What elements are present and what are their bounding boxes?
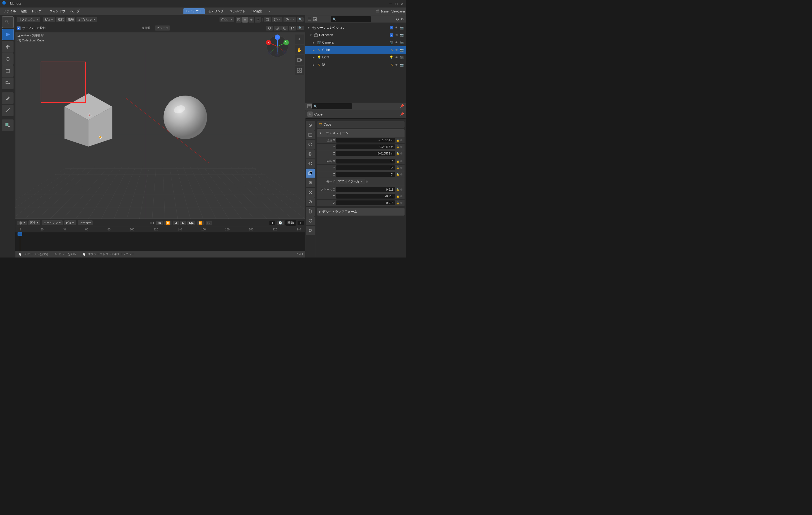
rot-x-value[interactable]: 0° — [336, 159, 395, 164]
maximize-button[interactable]: □ — [395, 2, 398, 6]
tab-modifier[interactable] — [306, 178, 315, 187]
keying-dropdown[interactable]: キーイング▼ — [42, 220, 63, 225]
transform-options[interactable]: ⋮⋮ — [397, 132, 402, 135]
light-eye[interactable]: 👁 — [395, 55, 399, 59]
menu-item-help[interactable]: ヘルプ — [68, 8, 82, 15]
minimize-button[interactable]: ─ — [388, 2, 392, 6]
scene-name[interactable]: Scene — [380, 10, 388, 13]
pos-z-lock[interactable]: 🔒 — [396, 152, 399, 155]
proportional-edit[interactable] — [281, 26, 288, 31]
snap-toggle[interactable] — [274, 26, 281, 31]
object-name[interactable]: Cube — [314, 112, 322, 116]
pos-y-dot[interactable] — [400, 146, 402, 148]
props-pin[interactable]: 📌 — [400, 104, 404, 108]
shading-render[interactable] — [255, 17, 261, 23]
tab-world[interactable] — [306, 159, 315, 168]
filter-icon[interactable]: ⚙ — [396, 17, 399, 21]
light-render[interactable]: 📷 — [400, 55, 404, 59]
scale-z-dot[interactable] — [400, 202, 402, 204]
rot-y-value[interactable]: 0° — [336, 165, 395, 170]
outliner-camera[interactable]: ▶ 📷 Camera 📷 👁 📷 — [305, 39, 406, 46]
jump-end-btn[interactable]: ⏭ — [206, 221, 212, 225]
pos-z-value[interactable]: -0.010579 m — [336, 151, 395, 156]
mode-dropdown[interactable]: オブジェク... ▼ — [17, 17, 40, 22]
menu-item-window[interactable]: ウィンドウ — [47, 8, 67, 15]
tab-sculpt[interactable]: スカルプト — [227, 8, 248, 15]
pos-x-dot[interactable] — [400, 139, 402, 141]
pos-x-lock[interactable]: 🔒 — [396, 139, 399, 142]
tool-select-box[interactable] — [2, 17, 13, 28]
tab-modeling[interactable]: モデリング — [205, 8, 226, 15]
shading-wire[interactable] — [236, 17, 241, 23]
camera-btn[interactable] — [295, 55, 304, 65]
scale-x-value[interactable]: -0.915 — [336, 187, 395, 192]
cube-eye[interactable]: 👁 — [395, 48, 399, 52]
view-dropdown-tl[interactable]: ビュー — [64, 220, 76, 225]
rot-y-lock[interactable]: 🔒 — [396, 167, 399, 169]
camera-render[interactable]: 📷 — [400, 40, 404, 45]
pan-btn[interactable]: ✋ — [295, 45, 304, 54]
sphere-eye[interactable]: 👁 — [395, 63, 399, 67]
scale-z-value[interactable]: -0.915 — [336, 200, 395, 205]
props-search[interactable] — [312, 103, 352, 109]
collection-item[interactable]: ▼ Collection ✓ 👁 📷 — [305, 31, 406, 39]
step-back-btn[interactable]: ◀ — [173, 221, 179, 225]
scale-z-lock[interactable]: 🔒 — [396, 201, 399, 204]
scene-eye[interactable]: 👁 — [395, 26, 399, 30]
coll-check[interactable]: ✓ — [390, 33, 394, 37]
tab-object[interactable] — [306, 169, 315, 178]
tool-move[interactable] — [2, 41, 13, 53]
transform-header[interactable]: ▼ トランスフォーム ⋮⋮ — [317, 129, 405, 137]
coord-dropdown[interactable]: ビュー ▼ — [155, 26, 170, 31]
tab-view-layer[interactable] — [306, 140, 315, 149]
close-button[interactable]: ✕ — [400, 2, 404, 6]
coll-render[interactable]: 📷 — [400, 33, 404, 37]
tab-render[interactable] — [306, 121, 315, 130]
prev-keyframe-btn[interactable]: ⏪ — [164, 221, 172, 225]
tab-layout[interactable]: レイアウト — [183, 8, 205, 15]
tab-other[interactable]: テ — [265, 8, 274, 15]
scale-x-dot[interactable] — [400, 189, 402, 191]
start-frame[interactable]: 1 — [297, 221, 304, 225]
outliner-sphere[interactable]: ▶ ▽ 球 ▽ 👁 📷 — [305, 61, 406, 68]
name-pin-icon[interactable]: 📌 — [400, 112, 404, 116]
tab-material[interactable] — [306, 226, 315, 235]
coll-eye[interactable]: 👁 — [395, 33, 399, 37]
scale-y-value[interactable]: -0.915 — [336, 194, 395, 199]
snap-options[interactable] — [289, 26, 296, 31]
play-dropdown-arrow[interactable]: ▼ — [152, 222, 155, 224]
outliner-search[interactable] — [331, 16, 371, 22]
next-keyframe-btn[interactable]: ⏩ — [197, 221, 204, 225]
rot-z-lock[interactable]: 🔒 — [396, 173, 399, 176]
mode-dot[interactable] — [366, 180, 368, 183]
tab-output[interactable] — [306, 130, 315, 139]
rot-z-value[interactable]: 0° — [336, 172, 395, 177]
rot-x-dot[interactable] — [400, 160, 402, 162]
tool-rotate[interactable] — [2, 53, 13, 65]
grid-view-btn[interactable] — [295, 65, 304, 75]
scale-x-lock[interactable]: 🔒 — [396, 188, 399, 191]
camera-eye[interactable]: 👁 — [395, 40, 399, 45]
nav-gizmo[interactable]: Z Y X — [265, 34, 289, 58]
pos-y-lock[interactable]: 🔒 — [396, 145, 399, 148]
viewport-canvas[interactable]: ユーザー・透視投影 (1) Collection | Cube Z Y — [16, 32, 305, 219]
tool-measure[interactable] — [2, 105, 13, 116]
rot-z-dot[interactable] — [400, 173, 402, 175]
data-name-label[interactable]: Cube — [324, 123, 331, 126]
surface-projection-check[interactable]: ✓ — [17, 26, 21, 30]
pos-x-value[interactable]: -0.13101 m — [336, 138, 395, 143]
play-btn[interactable]: ▶ — [180, 221, 186, 225]
tool-transform[interactable] — [2, 78, 13, 89]
tab-uv[interactable]: UV編集 — [249, 8, 265, 15]
camera-view-btn[interactable] — [264, 17, 271, 22]
rot-mode-dropdown[interactable]: XYZ オイラー角 ▼ — [336, 179, 365, 184]
current-frame[interactable]: 1 — [269, 221, 276, 225]
tab-physics[interactable] — [306, 197, 315, 206]
delta-transform-header[interactable]: ▶ デルタトランスフォーム — [317, 208, 405, 216]
menu-item-file[interactable]: ファイル — [1, 8, 18, 15]
tool-cursor[interactable] — [2, 29, 13, 40]
viewlayer-name[interactable]: ViewLayer — [392, 10, 405, 13]
select-menu[interactable]: 選択 — [56, 17, 65, 22]
shading-solid[interactable] — [242, 17, 248, 23]
sphere-render[interactable]: 📷 — [400, 63, 404, 67]
